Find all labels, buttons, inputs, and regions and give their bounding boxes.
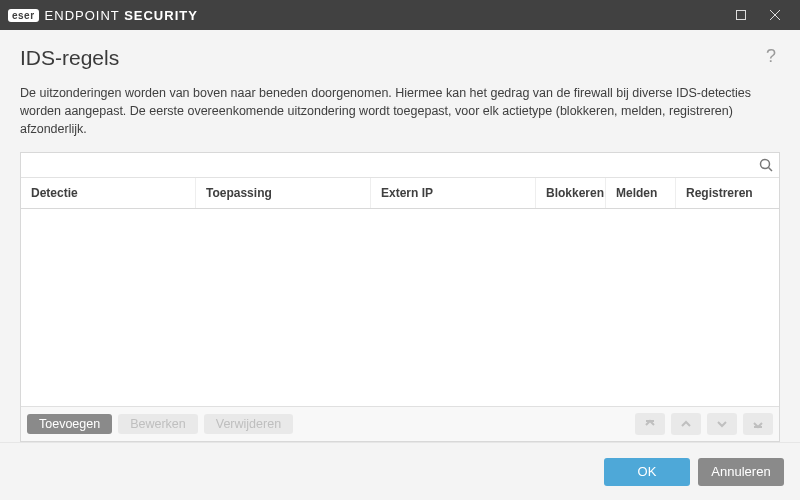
svg-rect-0 — [737, 11, 746, 20]
col-log[interactable]: Registreren — [676, 178, 779, 208]
add-button[interactable]: Toevoegen — [27, 414, 112, 434]
help-button[interactable]: ? — [762, 46, 780, 67]
rules-table: Detectie Toepassing Extern IP Blokkeren … — [20, 152, 780, 442]
content-area: IDS-regels ? De uitzonderingen worden va… — [0, 30, 800, 442]
close-icon — [769, 9, 781, 21]
move-bottom-button — [743, 413, 773, 435]
col-extern-ip[interactable]: Extern IP — [371, 178, 536, 208]
title-bar: eser ENDPOINT SECURITY — [0, 0, 800, 30]
table-header: Detectie Toepassing Extern IP Blokkeren … — [21, 178, 779, 209]
page-title: IDS-regels — [20, 46, 762, 70]
ok-button[interactable]: OK — [604, 458, 690, 486]
move-up-button — [671, 413, 701, 435]
search-icon — [759, 158, 773, 172]
brand-name-light: ENDPOINT — [45, 8, 125, 23]
help-icon: ? — [766, 46, 776, 66]
close-button[interactable] — [758, 0, 792, 30]
chevron-bottom-icon — [752, 418, 764, 430]
page-description: De uitzonderingen worden van boven naar … — [20, 84, 780, 138]
search-input[interactable] — [21, 153, 753, 177]
move-down-button — [707, 413, 737, 435]
cancel-button[interactable]: Annuleren — [698, 458, 784, 486]
chevron-up-icon — [680, 418, 692, 430]
chevron-down-icon — [716, 418, 728, 430]
table-body — [21, 209, 779, 406]
delete-button: Verwijderen — [204, 414, 293, 434]
brand-badge: eser — [8, 9, 39, 22]
brand-name-bold: SECURITY — [124, 8, 198, 23]
chevron-top-icon — [644, 418, 656, 430]
minimize-button[interactable] — [724, 0, 758, 30]
edit-button: Bewerken — [118, 414, 198, 434]
col-application[interactable]: Toepassing — [196, 178, 371, 208]
col-block[interactable]: Blokkeren — [536, 178, 606, 208]
table-toolbar: Toevoegen Bewerken Verwijderen — [21, 406, 779, 441]
svg-point-1 — [761, 160, 770, 169]
search-row — [21, 153, 779, 178]
col-detection[interactable]: Detectie — [21, 178, 196, 208]
move-top-button — [635, 413, 665, 435]
minimize-icon — [735, 9, 747, 21]
brand-text: ENDPOINT SECURITY — [45, 8, 198, 23]
dialog-footer: OK Annuleren — [0, 442, 800, 500]
col-notify[interactable]: Melden — [606, 178, 676, 208]
search-button[interactable] — [753, 153, 779, 177]
